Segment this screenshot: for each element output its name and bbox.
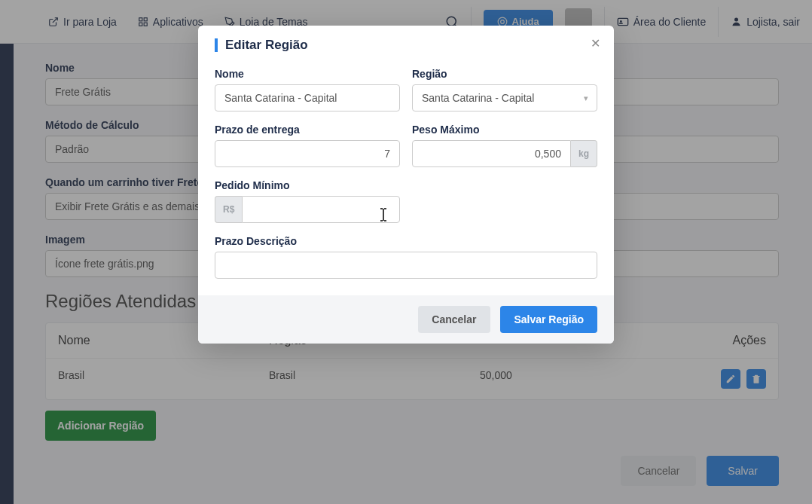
modal-prazo-label: Prazo de entrega — [215, 124, 400, 136]
modal-save-button[interactable]: Salvar Região — [500, 306, 597, 333]
modal-prazo-desc-label: Prazo Descrição — [215, 235, 597, 247]
modal-prazo-desc-input[interactable] — [215, 252, 597, 279]
edit-region-modal: Editar Região ✕ Nome Região ▾ Prazo de e… — [198, 26, 614, 344]
modal-prazo-input[interactable] — [215, 140, 400, 167]
modal-peso-label: Peso Máximo — [412, 124, 597, 136]
text-cursor-icon — [377, 206, 390, 223]
title-accent — [215, 38, 218, 52]
close-icon[interactable]: ✕ — [591, 36, 600, 50]
modal-title: Editar Região — [225, 38, 308, 53]
modal-nome-input[interactable] — [215, 84, 400, 111]
pedido-prefix: R$ — [215, 196, 242, 223]
modal-regiao-select[interactable] — [412, 84, 597, 111]
modal-nome-label: Nome — [215, 68, 400, 80]
modal-pedido-label: Pedido Mínimo — [215, 179, 400, 191]
modal-regiao-label: Região — [412, 68, 597, 80]
modal-cancel-button[interactable]: Cancelar — [418, 306, 490, 333]
peso-unit: kg — [571, 140, 597, 167]
modal-peso-input[interactable] — [412, 140, 571, 167]
